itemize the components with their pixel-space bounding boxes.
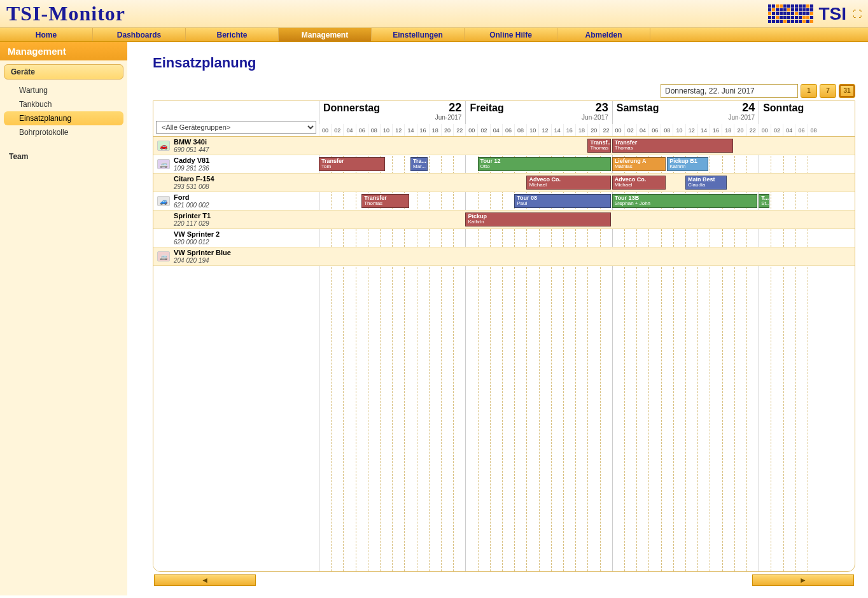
hour-label: 20	[734, 124, 746, 136]
hour-label: 04	[343, 124, 355, 136]
event-bar[interactable]: TransferThomas	[612, 139, 733, 153]
nav-berichte[interactable]: Berichte	[186, 28, 279, 41]
hour-label: 18	[429, 124, 441, 136]
nav-management[interactable]: Management	[279, 28, 372, 41]
event-bar[interactable]: PickupKathrin	[465, 212, 610, 226]
sidebar: Management Geräte WartungTankbuchEinsatz…	[0, 42, 127, 595]
sidebar-item-tankbuch[interactable]: Tankbuch	[4, 97, 123, 111]
resource-row[interactable]: Sprinter T1220 117 029	[153, 211, 319, 229]
event-bar[interactable]: Tra...Mar...	[410, 157, 428, 171]
nav-abmelden[interactable]: Abmelden	[557, 28, 650, 41]
device-group-select[interactable]: <Alle Gerätegruppen>	[156, 121, 316, 134]
nav-dashboards[interactable]: Dashboards	[93, 28, 186, 41]
sidebar-title: Management	[0, 42, 127, 60]
vehicle-icon: 🚐	[157, 251, 170, 261]
hour-label: 06	[356, 124, 368, 136]
event-bar[interactable]: TransferThomas	[361, 194, 409, 208]
resource-name: Caddy V81	[174, 156, 209, 164]
event-bar[interactable]: TransferTom	[319, 157, 385, 171]
view-month-button[interactable]: 31	[839, 84, 855, 98]
hour-label: 10	[673, 124, 685, 136]
hour-label: 06	[795, 124, 807, 136]
hour-label: 18	[575, 124, 587, 136]
event-bar[interactable]: Transf...Thomas	[587, 139, 610, 153]
resource-row[interactable]: 🚗BMW 340i690 051 447	[153, 137, 319, 155]
sidebar-item-bohrprotokolle[interactable]: Bohrprotokolle	[4, 125, 123, 139]
hour-label: 12	[392, 124, 404, 136]
hour-label: 12	[538, 124, 550, 136]
day-header: Samstag24Jun-2017	[612, 101, 759, 124]
resource-name: VW Sprinter Blue	[174, 249, 231, 256]
resource-id: 621 000 002	[174, 202, 209, 209]
event-bar[interactable]: Pickup B1Kathrin	[667, 157, 708, 171]
resource-row[interactable]: Citaro F-154293 531 008	[153, 174, 319, 192]
day-header: Freitag23Jun-2017	[465, 101, 612, 124]
logo-text: TSI	[818, 4, 846, 24]
event-bar[interactable]: Adveco Co.Michael	[612, 176, 666, 190]
hour-label: 20	[587, 124, 599, 136]
resource-name: BMW 340i	[174, 138, 209, 146]
day-header: Sonntag	[759, 101, 813, 124]
hour-label: 04	[783, 124, 795, 136]
app-title: TSI-Monitor	[6, 2, 125, 25]
hour-label: 16	[710, 124, 722, 136]
hour-label: 00	[319, 124, 331, 136]
event-bar[interactable]: T...St...	[759, 194, 769, 208]
hour-label: 04	[636, 124, 648, 136]
vehicle-icon: 🚐	[157, 159, 170, 169]
resource-row[interactable]: VW Sprinter 2620 000 012	[153, 229, 319, 247]
event-bar[interactable]: Tour 13BStephan + John	[612, 194, 757, 208]
resource-row[interactable]: 🚙Ford621 000 002	[153, 192, 319, 211]
hour-label: 04	[490, 124, 502, 136]
hour-label: 08	[514, 124, 526, 136]
logo: TSI ⛶	[768, 4, 862, 24]
event-bar[interactable]: Adveco Co.Michael	[526, 176, 610, 190]
hour-label: 00	[465, 124, 477, 136]
hour-label: 02	[624, 124, 636, 136]
hour-label: 06	[502, 124, 514, 136]
hour-label: 06	[648, 124, 661, 136]
logo-dots-icon	[768, 4, 813, 23]
topnav: HomeDashboardsBerichteManagementEinstell…	[0, 28, 868, 42]
planner: <Alle Gerätegruppen> 🚗BMW 340i690 051 44…	[153, 101, 855, 572]
hour-label: 08	[368, 124, 380, 136]
event-bar[interactable]: Tour 08Paul	[514, 194, 611, 208]
nav-home[interactable]: Home	[0, 28, 93, 41]
view-day-button[interactable]: 1	[801, 84, 817, 98]
prev-button[interactable]: ◄	[154, 574, 256, 586]
hour-label: 16	[563, 124, 575, 136]
vehicle-icon: 🚙	[157, 196, 170, 206]
event-bar[interactable]: Tour 12Otto	[478, 157, 611, 171]
hour-label: 08	[808, 124, 820, 136]
resource-row[interactable]: 🚐Caddy V81109 281 236	[153, 155, 319, 174]
hour-label: 18	[722, 124, 734, 136]
event-bar[interactable]: Main BestClaudia	[685, 176, 727, 190]
view-week-button[interactable]: 7	[820, 84, 836, 98]
page-title: Einsatzplanung	[153, 55, 855, 71]
sidebar-item-wartung[interactable]: Wartung	[4, 83, 123, 97]
resource-name: Ford	[174, 193, 209, 201]
resource-row[interactable]: 🚐VW Sprinter Blue204 020 194	[153, 247, 319, 266]
hour-label: 14	[697, 124, 710, 136]
sidebar-group-team[interactable]: Team	[0, 146, 127, 167]
fullscreen-icon[interactable]: ⛶	[853, 9, 862, 19]
resource-id: 220 117 029	[174, 220, 211, 227]
hour-label: 02	[477, 124, 489, 136]
nav-einstellungen[interactable]: Einstellungen	[372, 28, 465, 41]
resource-id: 690 051 447	[174, 146, 209, 153]
resource-id: 293 531 008	[174, 183, 214, 190]
hour-label: 02	[331, 124, 343, 136]
sidebar-item-einsatzplanung[interactable]: Einsatzplanung	[4, 111, 123, 125]
date-input[interactable]	[661, 84, 798, 98]
timeline-row	[319, 247, 855, 266]
hour-label: 22	[746, 124, 759, 136]
resource-name: VW Sprinter 2	[174, 230, 220, 238]
next-button[interactable]: ►	[752, 574, 854, 586]
nav-online-hilfe[interactable]: Online Hilfe	[465, 28, 557, 41]
hour-label: 10	[526, 124, 538, 136]
hour-label: 00	[612, 124, 624, 136]
event-bar[interactable]: Lieferung AMathias	[612, 157, 666, 171]
resource-name: Sprinter T1	[174, 212, 211, 219]
sidebar-group-devices[interactable]: Geräte	[4, 64, 123, 80]
hour-label: 02	[771, 124, 783, 136]
